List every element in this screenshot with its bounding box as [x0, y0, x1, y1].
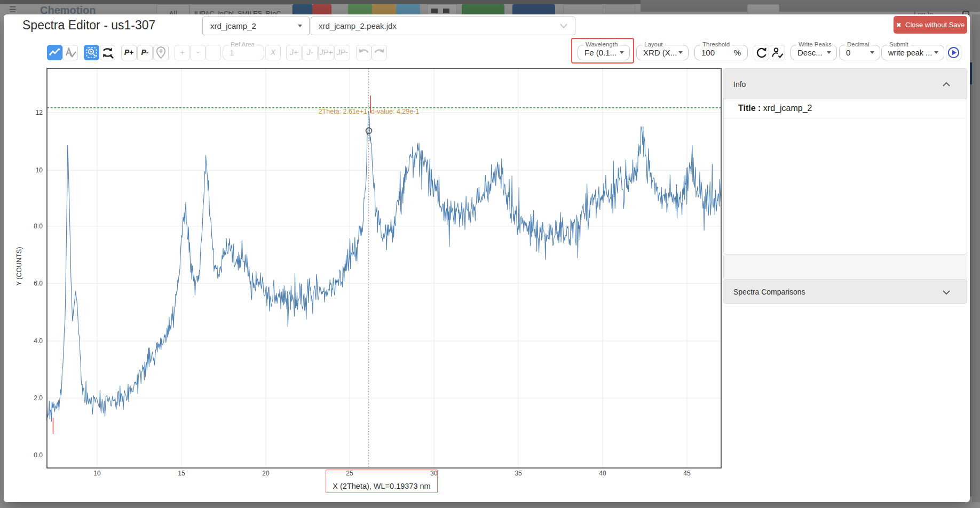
- svg-text:2Theta: 2.61e+1, d-value: 4.29: 2Theta: 2.61e+1, d-value: 4.29e-1: [319, 108, 420, 115]
